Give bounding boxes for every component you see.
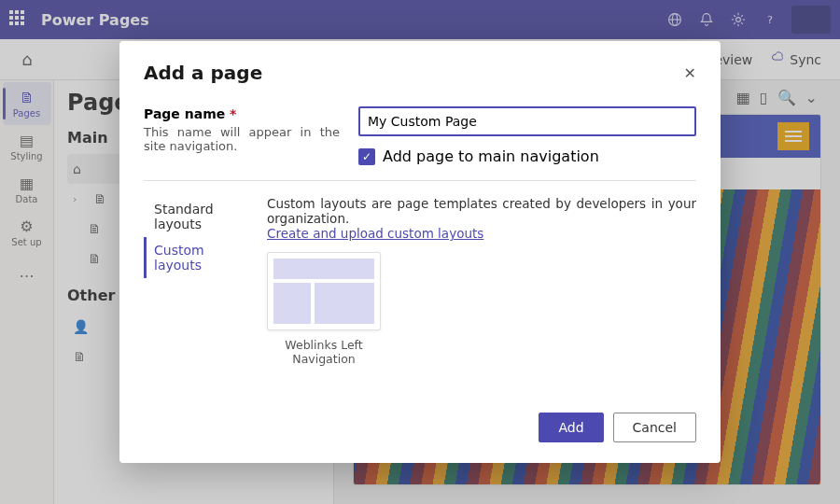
add-to-nav-checkbox[interactable]: ✓ — [358, 148, 375, 165]
add-to-nav-label: Add page to main navigation — [383, 147, 599, 165]
cancel-button[interactable]: Cancel — [613, 413, 696, 442]
tab-standard-layouts[interactable]: Standard layouts — [144, 196, 254, 237]
tab-custom-layouts[interactable]: Custom layouts — [144, 237, 254, 278]
custom-layout-description: Custom layouts are page templates create… — [267, 196, 696, 226]
create-upload-layouts-link[interactable]: Create and upload custom layouts — [267, 226, 483, 241]
layout-template-thumbnail — [267, 252, 381, 330]
add-page-modal: Add a page ✕ Page name * This name will … — [119, 41, 721, 463]
page-name-input[interactable] — [358, 106, 696, 136]
layout-template-card[interactable]: Weblinks Left Navigation — [267, 252, 381, 366]
modal-title: Add a page — [144, 62, 262, 84]
page-name-label: Page name * — [144, 106, 340, 121]
page-name-help: This name will appear in the site naviga… — [144, 125, 340, 153]
divider — [144, 180, 696, 181]
layout-template-label: Weblinks Left Navigation — [267, 338, 381, 366]
layout-tabs: Standard layouts Custom layouts — [144, 196, 254, 366]
close-icon[interactable]: ✕ — [684, 64, 696, 82]
add-button[interactable]: Add — [539, 413, 603, 442]
